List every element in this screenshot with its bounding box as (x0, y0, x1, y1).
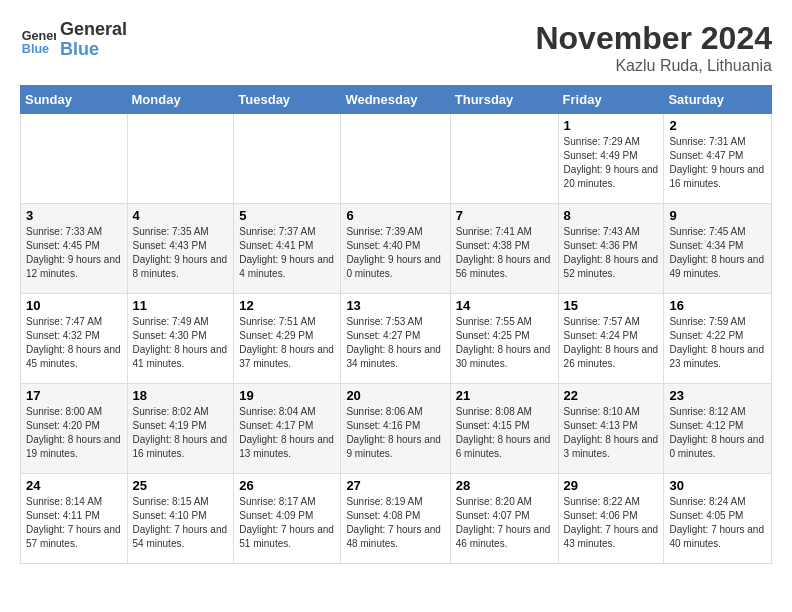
day-number: 6 (346, 208, 444, 223)
title-block: November 2024 Kazlu Ruda, Lithuania (535, 20, 772, 75)
calendar-cell: 7Sunrise: 7:41 AM Sunset: 4:38 PM Daylig… (450, 204, 558, 294)
day-info: Sunrise: 8:02 AM Sunset: 4:19 PM Dayligh… (133, 405, 229, 461)
day-number: 9 (669, 208, 766, 223)
calendar-cell: 29Sunrise: 8:22 AM Sunset: 4:06 PM Dayli… (558, 474, 664, 564)
logo-line2: Blue (60, 40, 127, 60)
day-info: Sunrise: 8:24 AM Sunset: 4:05 PM Dayligh… (669, 495, 766, 551)
calendar-cell: 28Sunrise: 8:20 AM Sunset: 4:07 PM Dayli… (450, 474, 558, 564)
calendar-cell: 12Sunrise: 7:51 AM Sunset: 4:29 PM Dayli… (234, 294, 341, 384)
calendar-cell: 3Sunrise: 7:33 AM Sunset: 4:45 PM Daylig… (21, 204, 128, 294)
calendar-cell: 16Sunrise: 7:59 AM Sunset: 4:22 PM Dayli… (664, 294, 772, 384)
day-info: Sunrise: 7:33 AM Sunset: 4:45 PM Dayligh… (26, 225, 122, 281)
day-number: 27 (346, 478, 444, 493)
calendar-cell (450, 114, 558, 204)
day-info: Sunrise: 8:20 AM Sunset: 4:07 PM Dayligh… (456, 495, 553, 551)
logo: General Blue General Blue (20, 20, 127, 60)
calendar-body: 1Sunrise: 7:29 AM Sunset: 4:49 PM Daylig… (21, 114, 772, 564)
day-info: Sunrise: 7:35 AM Sunset: 4:43 PM Dayligh… (133, 225, 229, 281)
calendar-cell: 22Sunrise: 8:10 AM Sunset: 4:13 PM Dayli… (558, 384, 664, 474)
week-row-1: 3Sunrise: 7:33 AM Sunset: 4:45 PM Daylig… (21, 204, 772, 294)
day-number: 11 (133, 298, 229, 313)
day-info: Sunrise: 7:31 AM Sunset: 4:47 PM Dayligh… (669, 135, 766, 191)
day-number: 8 (564, 208, 659, 223)
day-info: Sunrise: 8:10 AM Sunset: 4:13 PM Dayligh… (564, 405, 659, 461)
calendar-cell: 14Sunrise: 7:55 AM Sunset: 4:25 PM Dayli… (450, 294, 558, 384)
weekday-header-friday: Friday (558, 86, 664, 114)
svg-text:Blue: Blue (22, 41, 49, 55)
day-info: Sunrise: 7:45 AM Sunset: 4:34 PM Dayligh… (669, 225, 766, 281)
calendar-cell (234, 114, 341, 204)
calendar-cell (341, 114, 450, 204)
calendar-header: SundayMondayTuesdayWednesdayThursdayFrid… (21, 86, 772, 114)
day-number: 15 (564, 298, 659, 313)
day-info: Sunrise: 8:17 AM Sunset: 4:09 PM Dayligh… (239, 495, 335, 551)
day-info: Sunrise: 8:19 AM Sunset: 4:08 PM Dayligh… (346, 495, 444, 551)
day-number: 5 (239, 208, 335, 223)
weekday-header-saturday: Saturday (664, 86, 772, 114)
day-number: 24 (26, 478, 122, 493)
day-info: Sunrise: 8:04 AM Sunset: 4:17 PM Dayligh… (239, 405, 335, 461)
logo-icon: General Blue (20, 22, 56, 58)
day-number: 28 (456, 478, 553, 493)
calendar-cell: 1Sunrise: 7:29 AM Sunset: 4:49 PM Daylig… (558, 114, 664, 204)
calendar-cell: 27Sunrise: 8:19 AM Sunset: 4:08 PM Dayli… (341, 474, 450, 564)
day-info: Sunrise: 7:51 AM Sunset: 4:29 PM Dayligh… (239, 315, 335, 371)
week-row-2: 10Sunrise: 7:47 AM Sunset: 4:32 PM Dayli… (21, 294, 772, 384)
day-number: 12 (239, 298, 335, 313)
day-info: Sunrise: 7:47 AM Sunset: 4:32 PM Dayligh… (26, 315, 122, 371)
day-number: 1 (564, 118, 659, 133)
calendar-table: SundayMondayTuesdayWednesdayThursdayFrid… (20, 85, 772, 564)
day-number: 23 (669, 388, 766, 403)
day-number: 30 (669, 478, 766, 493)
calendar-subtitle: Kazlu Ruda, Lithuania (535, 57, 772, 75)
calendar-cell: 2Sunrise: 7:31 AM Sunset: 4:47 PM Daylig… (664, 114, 772, 204)
calendar-cell: 4Sunrise: 7:35 AM Sunset: 4:43 PM Daylig… (127, 204, 234, 294)
weekday-header-sunday: Sunday (21, 86, 128, 114)
weekday-header-tuesday: Tuesday (234, 86, 341, 114)
calendar-cell: 17Sunrise: 8:00 AM Sunset: 4:20 PM Dayli… (21, 384, 128, 474)
day-info: Sunrise: 8:14 AM Sunset: 4:11 PM Dayligh… (26, 495, 122, 551)
calendar-cell: 8Sunrise: 7:43 AM Sunset: 4:36 PM Daylig… (558, 204, 664, 294)
calendar-cell: 24Sunrise: 8:14 AM Sunset: 4:11 PM Dayli… (21, 474, 128, 564)
day-info: Sunrise: 8:08 AM Sunset: 4:15 PM Dayligh… (456, 405, 553, 461)
calendar-cell: 10Sunrise: 7:47 AM Sunset: 4:32 PM Dayli… (21, 294, 128, 384)
day-info: Sunrise: 8:22 AM Sunset: 4:06 PM Dayligh… (564, 495, 659, 551)
day-number: 29 (564, 478, 659, 493)
day-info: Sunrise: 7:43 AM Sunset: 4:36 PM Dayligh… (564, 225, 659, 281)
day-number: 19 (239, 388, 335, 403)
calendar-cell: 9Sunrise: 7:45 AM Sunset: 4:34 PM Daylig… (664, 204, 772, 294)
calendar-cell: 11Sunrise: 7:49 AM Sunset: 4:30 PM Dayli… (127, 294, 234, 384)
calendar-cell: 13Sunrise: 7:53 AM Sunset: 4:27 PM Dayli… (341, 294, 450, 384)
day-number: 25 (133, 478, 229, 493)
day-info: Sunrise: 8:00 AM Sunset: 4:20 PM Dayligh… (26, 405, 122, 461)
weekday-header-thursday: Thursday (450, 86, 558, 114)
day-number: 2 (669, 118, 766, 133)
day-number: 26 (239, 478, 335, 493)
day-number: 3 (26, 208, 122, 223)
calendar-cell: 6Sunrise: 7:39 AM Sunset: 4:40 PM Daylig… (341, 204, 450, 294)
calendar-title: November 2024 (535, 20, 772, 57)
day-info: Sunrise: 7:53 AM Sunset: 4:27 PM Dayligh… (346, 315, 444, 371)
weekday-header-wednesday: Wednesday (341, 86, 450, 114)
day-info: Sunrise: 7:37 AM Sunset: 4:41 PM Dayligh… (239, 225, 335, 281)
logo-text: General Blue (60, 20, 127, 60)
day-number: 4 (133, 208, 229, 223)
week-row-3: 17Sunrise: 8:00 AM Sunset: 4:20 PM Dayli… (21, 384, 772, 474)
day-number: 21 (456, 388, 553, 403)
day-info: Sunrise: 7:39 AM Sunset: 4:40 PM Dayligh… (346, 225, 444, 281)
calendar-cell: 21Sunrise: 8:08 AM Sunset: 4:15 PM Dayli… (450, 384, 558, 474)
calendar-cell: 26Sunrise: 8:17 AM Sunset: 4:09 PM Dayli… (234, 474, 341, 564)
day-number: 13 (346, 298, 444, 313)
day-number: 7 (456, 208, 553, 223)
day-info: Sunrise: 7:49 AM Sunset: 4:30 PM Dayligh… (133, 315, 229, 371)
day-number: 10 (26, 298, 122, 313)
calendar-cell: 5Sunrise: 7:37 AM Sunset: 4:41 PM Daylig… (234, 204, 341, 294)
day-info: Sunrise: 7:29 AM Sunset: 4:49 PM Dayligh… (564, 135, 659, 191)
day-info: Sunrise: 7:41 AM Sunset: 4:38 PM Dayligh… (456, 225, 553, 281)
weekday-header-monday: Monday (127, 86, 234, 114)
weekday-header-row: SundayMondayTuesdayWednesdayThursdayFrid… (21, 86, 772, 114)
calendar-cell: 15Sunrise: 7:57 AM Sunset: 4:24 PM Dayli… (558, 294, 664, 384)
day-number: 17 (26, 388, 122, 403)
calendar-cell: 23Sunrise: 8:12 AM Sunset: 4:12 PM Dayli… (664, 384, 772, 474)
day-info: Sunrise: 8:15 AM Sunset: 4:10 PM Dayligh… (133, 495, 229, 551)
